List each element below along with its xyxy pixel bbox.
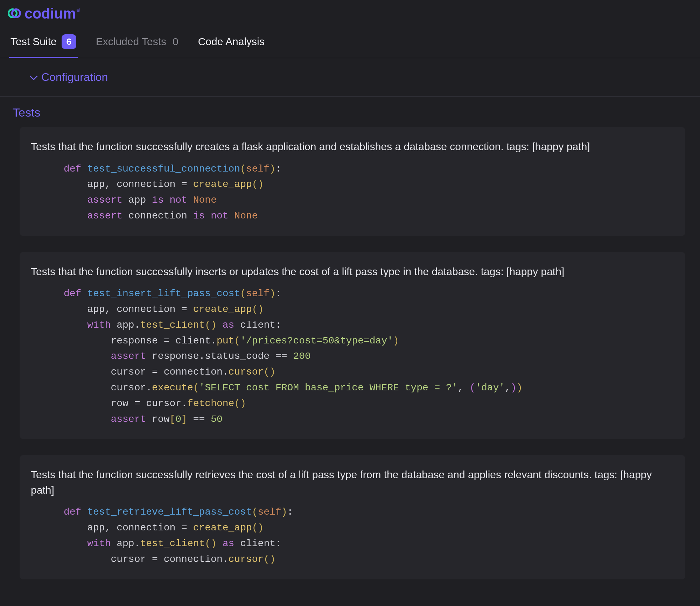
tests-list: Tests that the function successfully cre… (0, 127, 700, 579)
chevron-down-icon (30, 72, 38, 80)
tests-heading: Tests (0, 97, 700, 127)
tests-heading-label: Tests (13, 106, 40, 119)
test-description: Tests that the function successfully ret… (31, 467, 674, 497)
test-description: Tests that the function successfully cre… (31, 139, 674, 154)
logo-superscript: ai (76, 7, 79, 13)
logo-wordmark: codiumai (24, 6, 79, 21)
test-card[interactable]: Tests that the function successfully ins… (20, 252, 685, 439)
test-card[interactable]: Tests that the function successfully ret… (20, 455, 685, 579)
excluded-tests-count: 0 (173, 36, 178, 48)
tab-label: Test Suite (10, 36, 57, 48)
tab-label: Excluded Tests (96, 36, 166, 48)
test-code-block: def test_insert_lift_pass_cost(self): ap… (31, 286, 674, 427)
tab-code-analysis[interactable]: Code Analysis (197, 32, 266, 57)
logo-mark-icon (8, 6, 22, 20)
test-description: Tests that the function successfully ins… (31, 264, 674, 279)
tab-bar: Test Suite 6 Excluded Tests 0 Code Analy… (0, 24, 700, 58)
app-logo: codiumai (0, 0, 700, 24)
logo-word-text: codium (24, 5, 76, 22)
test-suite-count-badge: 6 (62, 34, 76, 49)
configuration-toggle[interactable]: Configuration (0, 58, 700, 97)
tab-label: Code Analysis (198, 36, 265, 48)
test-card[interactable]: Tests that the function successfully cre… (20, 127, 685, 236)
configuration-label: Configuration (41, 71, 108, 84)
tab-excluded-tests[interactable]: Excluded Tests 0 (94, 32, 180, 57)
test-code-block: def test_retrieve_lift_pass_cost(self): … (31, 504, 674, 567)
tab-test-suite[interactable]: Test Suite 6 (9, 30, 78, 58)
test-code-block: def test_successful_connection(self): ap… (31, 161, 674, 224)
